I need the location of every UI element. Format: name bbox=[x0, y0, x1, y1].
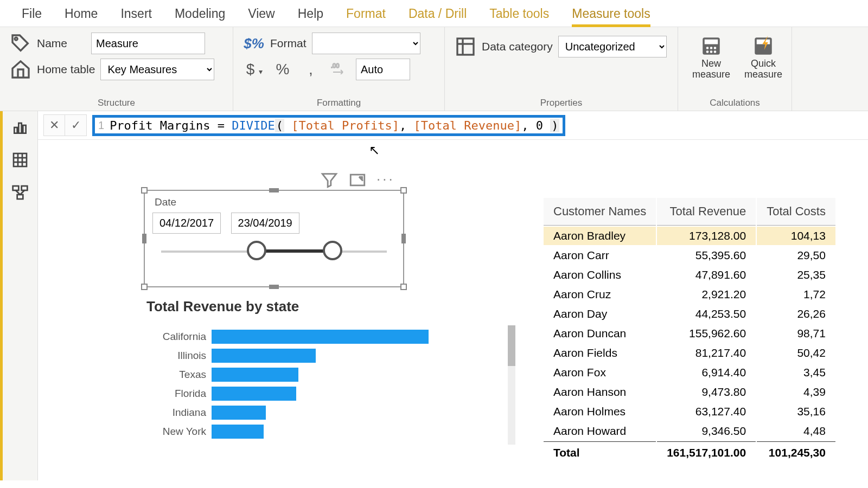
bar-row[interactable]: California bbox=[146, 327, 505, 346]
svg-rect-23 bbox=[13, 186, 19, 190]
data-category-label: Data category bbox=[482, 40, 553, 53]
currency-button[interactable]: $ ▾ bbox=[243, 61, 266, 78]
svg-point-12 bbox=[714, 50, 717, 53]
slicer-start-date[interactable]: 04/12/2017 bbox=[152, 213, 221, 234]
thousands-button[interactable]: , bbox=[299, 61, 322, 78]
tab-measure-tools[interactable]: Measure tools bbox=[572, 7, 650, 27]
cursor-icon: ↖ bbox=[369, 143, 380, 158]
percent-button[interactable]: % bbox=[271, 61, 294, 78]
category-icon bbox=[455, 36, 476, 57]
col-total-costs[interactable]: Total Costs bbox=[757, 198, 835, 226]
bar-label: New York bbox=[146, 426, 212, 438]
table-row[interactable]: Aaron Cruz2,921.201,72 bbox=[544, 285, 835, 304]
svg-rect-17 bbox=[23, 125, 25, 133]
bar bbox=[212, 425, 264, 439]
svg-point-11 bbox=[710, 50, 713, 53]
slicer-thumb-start[interactable] bbox=[247, 241, 266, 260]
focus-mode-icon[interactable] bbox=[348, 171, 367, 189]
slicer-end-date[interactable]: 23/04/2019 bbox=[231, 213, 299, 234]
table-row[interactable]: Aaron Fields81,217.4050,42 bbox=[544, 344, 835, 362]
format-label: Format bbox=[270, 37, 307, 50]
tab-help[interactable]: Help bbox=[298, 7, 323, 21]
bar-row[interactable]: Illinois bbox=[146, 346, 505, 365]
home-icon bbox=[10, 59, 31, 80]
bar-label: Florida bbox=[146, 388, 212, 400]
svg-point-10 bbox=[706, 50, 709, 53]
chart-title: Total Revenue by state bbox=[146, 298, 505, 315]
total-label: Total bbox=[544, 441, 656, 462]
bar-row[interactable]: Florida bbox=[146, 384, 505, 403]
table-row[interactable]: Aaron Collins47,891.6025,35 bbox=[544, 266, 835, 284]
svg-rect-18 bbox=[14, 153, 27, 166]
svg-point-9 bbox=[714, 47, 717, 49]
table-row[interactable]: Aaron Fox6,914.403,45 bbox=[544, 363, 835, 382]
total-costs: 101,245,30 bbox=[757, 441, 835, 462]
tab-table-tools[interactable]: Table tools bbox=[489, 7, 549, 21]
bar bbox=[212, 330, 429, 344]
group-calculations: Calculations bbox=[688, 98, 782, 108]
home-table-label: Home table bbox=[37, 63, 95, 76]
model-view-icon[interactable] bbox=[11, 184, 29, 201]
table-row[interactable]: Aaron Carr55,395.6029,50 bbox=[544, 246, 835, 265]
svg-rect-2 bbox=[457, 38, 474, 55]
col-total-revenue[interactable]: Total Revenue bbox=[657, 198, 756, 226]
format-icon: $% bbox=[243, 33, 265, 54]
svg-rect-16 bbox=[18, 123, 21, 133]
slicer-thumb-end[interactable] bbox=[323, 241, 342, 260]
table-row[interactable]: Aaron Bradley173,128.00104,13 bbox=[544, 227, 835, 245]
bar-row[interactable]: Indiana bbox=[146, 403, 505, 422]
svg-text:.00: .00 bbox=[331, 62, 339, 69]
revenue-by-state-chart[interactable]: Total Revenue by state CaliforniaIllinoi… bbox=[146, 298, 505, 441]
date-slicer[interactable]: Date 04/12/2017 23/04/2019 bbox=[144, 190, 404, 287]
table-row[interactable]: Aaron Howard9,346.504,48 bbox=[544, 422, 835, 440]
format-select[interactable] bbox=[312, 33, 420, 54]
name-label: Name bbox=[37, 37, 67, 50]
tag-icon bbox=[10, 33, 31, 54]
formula-line-number: 1 bbox=[98, 119, 104, 132]
table-row[interactable]: Aaron Duncan155,962.6098,71 bbox=[544, 324, 835, 343]
svg-rect-25 bbox=[17, 195, 23, 199]
new-measure-button[interactable]: New measure bbox=[688, 35, 735, 80]
svg-rect-15 bbox=[14, 127, 17, 133]
home-table-select[interactable]: Key Measures bbox=[100, 59, 214, 80]
formula-cancel-button[interactable]: ✕ bbox=[43, 114, 65, 136]
data-view-icon[interactable] bbox=[11, 151, 29, 169]
customer-table[interactable]: Customer Names Total Revenue Total Costs… bbox=[542, 197, 837, 463]
decimals-input[interactable] bbox=[356, 59, 410, 80]
group-formatting: Formatting bbox=[243, 98, 435, 108]
group-structure: Structure bbox=[10, 98, 223, 108]
slicer-title: Date bbox=[155, 196, 403, 208]
bar-row[interactable]: Texas bbox=[146, 365, 505, 384]
decimals-button[interactable]: .00 bbox=[328, 61, 350, 78]
formula-commit-button[interactable]: ✓ bbox=[65, 114, 87, 136]
chart-scrollbar[interactable] bbox=[508, 325, 515, 445]
table-row[interactable]: Aaron Day44,253.5026,26 bbox=[544, 305, 835, 323]
quick-measure-button[interactable]: Quick measure bbox=[740, 35, 787, 80]
filter-icon[interactable] bbox=[320, 171, 339, 189]
tab-format[interactable]: Format bbox=[346, 7, 386, 21]
svg-point-0 bbox=[15, 37, 17, 40]
col-customer-names[interactable]: Customer Names bbox=[544, 198, 656, 226]
tab-modeling[interactable]: Modeling bbox=[175, 7, 225, 21]
table-row[interactable]: Aaron Hanson9,473.804,39 bbox=[544, 383, 835, 401]
tab-file[interactable]: File bbox=[22, 7, 42, 21]
data-category-select[interactable]: Uncategorized bbox=[558, 36, 667, 57]
report-view-icon[interactable] bbox=[11, 119, 29, 136]
formula-bar[interactable]: 1 Profit Margins = DIVIDE( [Total Profit… bbox=[92, 115, 565, 136]
bar bbox=[212, 368, 298, 382]
table-row[interactable]: Aaron Holmes63,127.4035,16 bbox=[544, 402, 835, 421]
tab-data-drill[interactable]: Data / Drill bbox=[409, 7, 467, 21]
tab-home[interactable]: Home bbox=[65, 7, 98, 21]
bar-row[interactable]: New York bbox=[146, 422, 505, 441]
bar bbox=[212, 406, 266, 420]
name-input[interactable] bbox=[91, 33, 205, 54]
svg-rect-6 bbox=[705, 40, 718, 44]
tab-insert[interactable]: Insert bbox=[120, 7, 152, 21]
group-properties: Properties bbox=[455, 98, 668, 108]
svg-point-8 bbox=[710, 47, 713, 49]
bar-label: Indiana bbox=[146, 407, 212, 419]
svg-rect-24 bbox=[22, 186, 28, 190]
bar-label: California bbox=[146, 331, 212, 343]
more-options-icon[interactable]: ··· bbox=[376, 171, 395, 189]
tab-view[interactable]: View bbox=[248, 7, 275, 21]
